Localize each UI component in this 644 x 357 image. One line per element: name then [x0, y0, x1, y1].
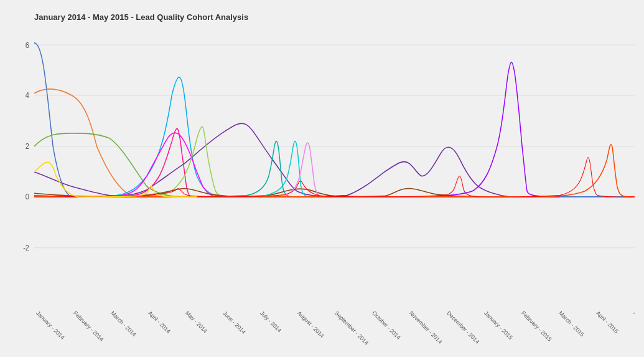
- svg-text:August - 2014: August - 2014: [296, 310, 325, 339]
- svg-text:0: 0: [26, 193, 30, 201]
- svg-text:March - 2015: March - 2015: [558, 310, 586, 338]
- x-axis-labels: January - 2014 February - 2014 March - 2…: [34, 307, 635, 354]
- chart-svg: 6 4 2 0 -2: [34, 31, 635, 307]
- svg-text:January - 2015: January - 2015: [483, 310, 514, 341]
- svg-text:December - 2014: December - 2014: [446, 310, 480, 345]
- svg-text:November - 2014: November - 2014: [408, 310, 443, 345]
- svg-text:6: 6: [26, 40, 29, 49]
- svg-text:-2: -2: [23, 244, 29, 252]
- svg-text:April - 2015: April - 2015: [595, 310, 620, 335]
- svg-text:4: 4: [26, 91, 30, 100]
- svg-text:June - 2014: June - 2014: [222, 310, 247, 335]
- svg-text:September - 2014: September - 2014: [334, 310, 370, 346]
- x-label-jan2014: January - 2014: [35, 310, 66, 341]
- svg-text:May - 2014: May - 2014: [184, 310, 208, 334]
- svg-text:July - 2014: July - 2014: [259, 310, 282, 333]
- svg-text:February - 2015: February - 2015: [520, 310, 553, 342]
- chart-container: January 2014 - May 2015 - Lead Quality C…: [0, 0, 644, 357]
- svg-text:May - 2015: May - 2015: [632, 310, 635, 334]
- svg-text:February - 2014: February - 2014: [72, 310, 105, 342]
- svg-text:October - 2014: October - 2014: [371, 310, 402, 341]
- svg-text:2: 2: [26, 142, 29, 151]
- svg-text:March - 2014: March - 2014: [110, 310, 138, 338]
- chart-area: 6 4 2 0 -2: [34, 31, 635, 307]
- svg-text:April - 2014: April - 2014: [147, 310, 172, 335]
- chart-title: January 2014 - May 2015 - Lead Quality C…: [34, 12, 248, 22]
